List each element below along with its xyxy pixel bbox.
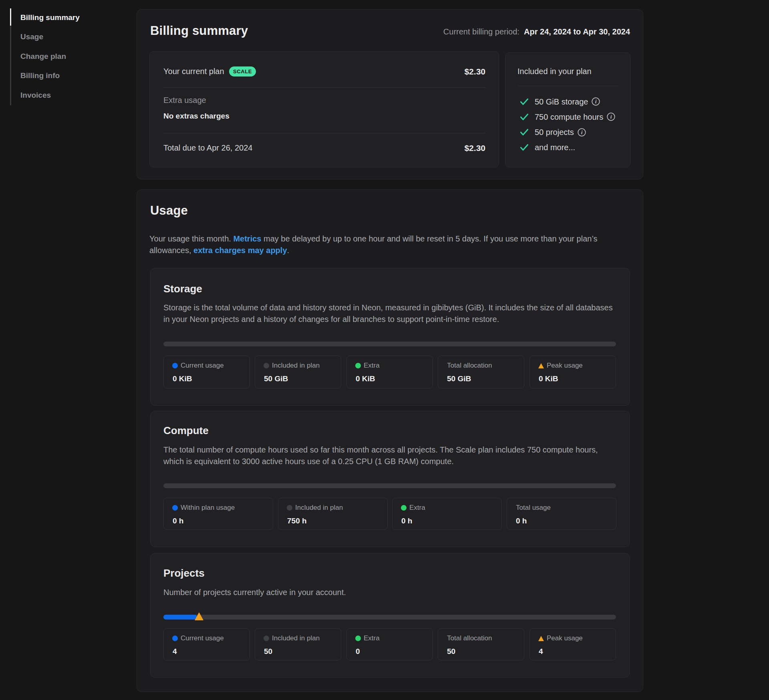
svg-text:i: i (610, 114, 612, 120)
svg-text:i: i (581, 129, 583, 135)
svg-text:i: i (595, 99, 597, 105)
